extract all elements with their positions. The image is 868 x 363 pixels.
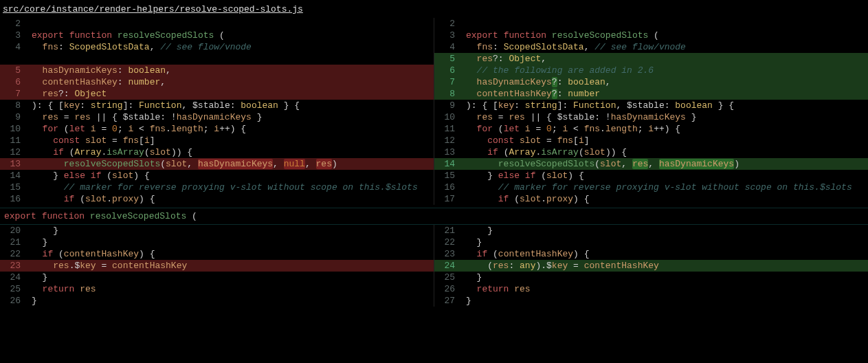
code-content: } xyxy=(29,236,434,248)
code-content: } xyxy=(29,272,434,283)
line-number: 13 xyxy=(0,158,26,170)
code-line[interactable]: 6 // the following are added in 2.6 xyxy=(434,65,868,76)
code-content: resolveScopedSlots(slot, hasDynamicKeys,… xyxy=(29,158,434,170)
code-line[interactable]: 13 if (Array.isArray(slot)) { xyxy=(434,146,868,158)
code-content: const slot = fns[i] xyxy=(463,135,868,146)
code-line[interactable]: 2 xyxy=(434,18,868,30)
code-line[interactable]: 5 hasDynamicKeys: boolean, xyxy=(0,65,434,76)
code-content: contentHashKey?: number xyxy=(463,88,868,100)
code-line[interactable]: 14 } else if (slot) { xyxy=(0,170,434,182)
line-number: 14 xyxy=(0,170,26,182)
code-line[interactable]: 22 } xyxy=(434,236,868,248)
code-content: ): { [key: string]: Function, $stable: b… xyxy=(29,100,434,111)
code-line[interactable]: 3export function resolveScopedSlots ( xyxy=(0,30,434,41)
code-content: return res xyxy=(463,283,868,295)
diff-left-pane: 20 }21 }22 if (contentHashKey) {23 res.$… xyxy=(0,225,434,307)
code-content: if (Array.isArray(slot)) { xyxy=(463,146,868,158)
code-content: // marker for reverse proxying v-slot wi… xyxy=(29,182,434,193)
code-line[interactable]: 22 if (contentHashKey) { xyxy=(0,248,434,260)
code-line[interactable]: 11 const slot = fns[i] xyxy=(0,135,434,146)
code-line[interactable]: 9): { [key: string]: Function, $stable: … xyxy=(434,100,868,111)
line-number xyxy=(0,53,26,65)
code-content: const slot = fns[i] xyxy=(29,135,434,146)
code-content: if (Array.isArray(slot)) { xyxy=(29,146,434,158)
code-line[interactable]: 6 contentHashKey: number, xyxy=(0,76,434,88)
code-line[interactable]: 12 const slot = fns[i] xyxy=(434,135,868,146)
code-line[interactable]: 21 } xyxy=(0,236,434,248)
code-content: export function resolveScopedSlots ( xyxy=(29,30,434,41)
code-content: } xyxy=(29,295,434,307)
code-line[interactable]: 10 res = res || { $stable: !hasDynamicKe… xyxy=(434,111,868,123)
code-content: } xyxy=(463,295,868,307)
code-line[interactable]: 26 return res xyxy=(434,283,868,295)
code-line[interactable]: 7 res?: Object xyxy=(0,88,434,100)
code-line[interactable]: 4 fns: ScopedSlotsData, // see flow/vnod… xyxy=(0,41,434,53)
code-line[interactable]: 25 return res xyxy=(0,283,434,295)
line-number: 27 xyxy=(434,295,460,307)
code-content: for (let i = 0; i < fns.length; i++) { xyxy=(29,123,434,135)
code-content: contentHashKey: number, xyxy=(29,76,434,88)
hunk-header[interactable]: export function resolveScopedSlots ( xyxy=(0,208,868,225)
line-number: 20 xyxy=(0,225,26,236)
code-content xyxy=(463,18,868,30)
code-content: // the following are added in 2.6 xyxy=(463,65,868,76)
line-number: 23 xyxy=(0,260,26,272)
hunk-header-text: export function resolveScopedSlots ( xyxy=(4,211,197,221)
line-number: 6 xyxy=(434,65,460,76)
line-number: 4 xyxy=(0,41,26,53)
code-line[interactable]: 15 // marker for reverse proxying v-slot… xyxy=(0,182,434,193)
code-content: if (contentHashKey) { xyxy=(463,248,868,260)
code-line[interactable]: 2 xyxy=(0,18,434,30)
code-line[interactable]: 16 if (slot.proxy) { xyxy=(0,193,434,205)
line-number: 3 xyxy=(0,30,26,41)
code-line[interactable]: 23 res.$key = contentHashKey xyxy=(0,260,434,272)
line-number: 14 xyxy=(434,158,460,170)
code-line[interactable]: 11 for (let i = 0; i < fns.length; i++) … xyxy=(434,123,868,135)
code-content: fns: ScopedSlotsData, // see flow/vnode xyxy=(29,41,434,53)
code-line[interactable]: 8 contentHashKey?: number xyxy=(434,88,868,100)
diff-hunk-1: 23export function resolveScopedSlots (4 … xyxy=(0,18,868,205)
code-line[interactable]: 7 hasDynamicKeys?: boolean, xyxy=(434,76,868,88)
line-number: 21 xyxy=(434,225,460,236)
code-line[interactable]: 4 fns: ScopedSlotsData, // see flow/vnod… xyxy=(434,41,868,53)
line-number: 5 xyxy=(0,65,26,76)
line-number: 2 xyxy=(0,18,26,30)
code-line[interactable]: 24 (res: any).$key = contentHashKey xyxy=(434,260,868,272)
file-path-link[interactable]: src/core/instance/render-helpers/resolve… xyxy=(0,0,868,18)
code-line[interactable]: 23 if (contentHashKey) { xyxy=(434,248,868,260)
code-line[interactable]: 10 for (let i = 0; i < fns.length; i++) … xyxy=(0,123,434,135)
code-line[interactable]: 26} xyxy=(0,295,434,307)
line-number: 9 xyxy=(434,100,460,111)
code-line[interactable]: 20 } xyxy=(0,225,434,236)
line-number: 11 xyxy=(434,123,460,135)
code-line[interactable]: 17 if (slot.proxy) { xyxy=(434,193,868,205)
diff-left-pane: 23export function resolveScopedSlots (4 … xyxy=(0,18,434,205)
line-number: 15 xyxy=(434,170,460,182)
code-content: } xyxy=(463,236,868,248)
code-line[interactable]: 25 } xyxy=(434,272,868,283)
code-line[interactable]: 14 resolveScopedSlots(slot, res, hasDyna… xyxy=(434,158,868,170)
line-number: 22 xyxy=(434,236,460,248)
line-number: 24 xyxy=(434,260,460,272)
line-number: 10 xyxy=(0,123,26,135)
line-number: 25 xyxy=(0,283,26,295)
code-content: fns: ScopedSlotsData, // see flow/vnode xyxy=(463,41,868,53)
code-line[interactable]: 15 } else if (slot) { xyxy=(434,170,868,182)
code-line[interactable]: 9 res = res || { $stable: !hasDynamicKey… xyxy=(0,111,434,123)
code-line[interactable]: 12 if (Array.isArray(slot)) { xyxy=(0,146,434,158)
line-number: 2 xyxy=(434,18,460,30)
code-content: res = res || { $stable: !hasDynamicKeys … xyxy=(29,111,434,123)
code-line[interactable]: 16 // marker for reverse proxying v-slot… xyxy=(434,182,868,193)
code-line[interactable]: 13 resolveScopedSlots(slot, hasDynamicKe… xyxy=(0,158,434,170)
code-line[interactable]: 8): { [key: string]: Function, $stable: … xyxy=(0,100,434,111)
code-line[interactable]: 24 } xyxy=(0,272,434,283)
code-line[interactable]: 27} xyxy=(434,295,868,307)
line-number: 25 xyxy=(434,272,460,283)
code-content: res?: Object xyxy=(29,88,434,100)
code-line[interactable]: 3export function resolveScopedSlots ( xyxy=(434,30,868,41)
code-line[interactable] xyxy=(0,53,434,65)
code-line[interactable]: 5 res?: Object, xyxy=(434,53,868,65)
line-number: 17 xyxy=(434,193,460,205)
code-line[interactable]: 21 } xyxy=(434,225,868,236)
line-number: 11 xyxy=(0,135,26,146)
